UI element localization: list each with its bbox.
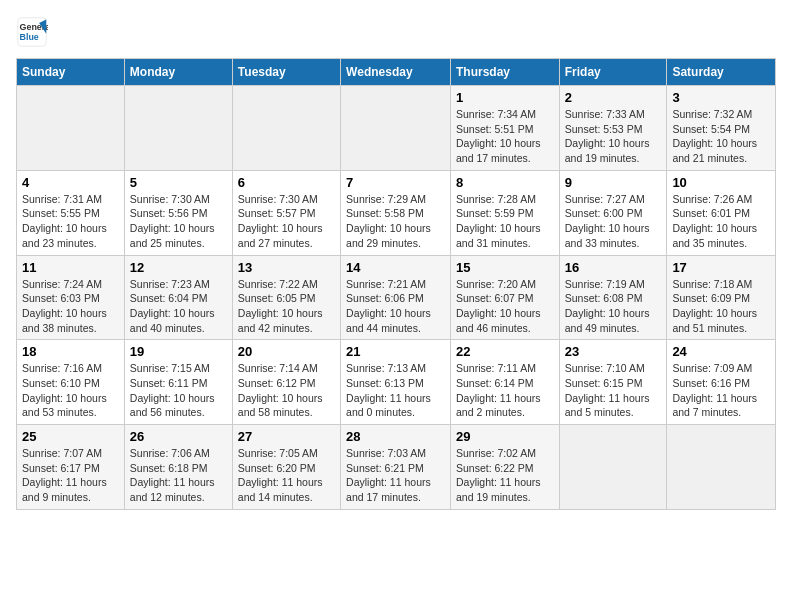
day-info: Sunrise: 7:16 AM Sunset: 6:10 PM Dayligh…: [22, 361, 119, 420]
weekday-header-friday: Friday: [559, 59, 667, 86]
day-info: Sunrise: 7:31 AM Sunset: 5:55 PM Dayligh…: [22, 192, 119, 251]
day-number: 7: [346, 175, 445, 190]
calendar-cell: 23Sunrise: 7:10 AM Sunset: 6:15 PM Dayli…: [559, 340, 667, 425]
day-info: Sunrise: 7:23 AM Sunset: 6:04 PM Dayligh…: [130, 277, 227, 336]
day-number: 14: [346, 260, 445, 275]
day-info: Sunrise: 7:05 AM Sunset: 6:20 PM Dayligh…: [238, 446, 335, 505]
calendar-cell: 19Sunrise: 7:15 AM Sunset: 6:11 PM Dayli…: [124, 340, 232, 425]
day-info: Sunrise: 7:18 AM Sunset: 6:09 PM Dayligh…: [672, 277, 770, 336]
day-number: 1: [456, 90, 554, 105]
day-number: 13: [238, 260, 335, 275]
calendar-table: SundayMondayTuesdayWednesdayThursdayFrid…: [16, 58, 776, 510]
day-info: Sunrise: 7:19 AM Sunset: 6:08 PM Dayligh…: [565, 277, 662, 336]
day-number: 23: [565, 344, 662, 359]
day-number: 19: [130, 344, 227, 359]
day-number: 24: [672, 344, 770, 359]
day-number: 4: [22, 175, 119, 190]
day-info: Sunrise: 7:24 AM Sunset: 6:03 PM Dayligh…: [22, 277, 119, 336]
calendar-cell: 12Sunrise: 7:23 AM Sunset: 6:04 PM Dayli…: [124, 255, 232, 340]
weekday-header-tuesday: Tuesday: [232, 59, 340, 86]
day-info: Sunrise: 7:11 AM Sunset: 6:14 PM Dayligh…: [456, 361, 554, 420]
weekday-header-sunday: Sunday: [17, 59, 125, 86]
day-number: 28: [346, 429, 445, 444]
day-info: Sunrise: 7:22 AM Sunset: 6:05 PM Dayligh…: [238, 277, 335, 336]
day-info: Sunrise: 7:30 AM Sunset: 5:57 PM Dayligh…: [238, 192, 335, 251]
calendar-cell: 17Sunrise: 7:18 AM Sunset: 6:09 PM Dayli…: [667, 255, 776, 340]
calendar-cell: 16Sunrise: 7:19 AM Sunset: 6:08 PM Dayli…: [559, 255, 667, 340]
day-number: 11: [22, 260, 119, 275]
day-info: Sunrise: 7:32 AM Sunset: 5:54 PM Dayligh…: [672, 107, 770, 166]
calendar-cell: 15Sunrise: 7:20 AM Sunset: 6:07 PM Dayli…: [450, 255, 559, 340]
calendar-cell: 7Sunrise: 7:29 AM Sunset: 5:58 PM Daylig…: [341, 170, 451, 255]
calendar-cell: 6Sunrise: 7:30 AM Sunset: 5:57 PM Daylig…: [232, 170, 340, 255]
svg-text:Blue: Blue: [20, 32, 39, 42]
day-info: Sunrise: 7:13 AM Sunset: 6:13 PM Dayligh…: [346, 361, 445, 420]
day-info: Sunrise: 7:07 AM Sunset: 6:17 PM Dayligh…: [22, 446, 119, 505]
day-info: Sunrise: 7:26 AM Sunset: 6:01 PM Dayligh…: [672, 192, 770, 251]
day-number: 2: [565, 90, 662, 105]
day-info: Sunrise: 7:06 AM Sunset: 6:18 PM Dayligh…: [130, 446, 227, 505]
calendar-cell: [559, 425, 667, 510]
day-number: 16: [565, 260, 662, 275]
page-header: General Blue: [16, 16, 776, 48]
calendar-cell: [341, 86, 451, 171]
day-number: 5: [130, 175, 227, 190]
day-info: Sunrise: 7:33 AM Sunset: 5:53 PM Dayligh…: [565, 107, 662, 166]
day-number: 6: [238, 175, 335, 190]
calendar-cell: 14Sunrise: 7:21 AM Sunset: 6:06 PM Dayli…: [341, 255, 451, 340]
calendar-cell: 20Sunrise: 7:14 AM Sunset: 6:12 PM Dayli…: [232, 340, 340, 425]
day-number: 27: [238, 429, 335, 444]
calendar-cell: 18Sunrise: 7:16 AM Sunset: 6:10 PM Dayli…: [17, 340, 125, 425]
day-number: 26: [130, 429, 227, 444]
day-number: 20: [238, 344, 335, 359]
day-number: 9: [565, 175, 662, 190]
calendar-cell: 13Sunrise: 7:22 AM Sunset: 6:05 PM Dayli…: [232, 255, 340, 340]
calendar-cell: 28Sunrise: 7:03 AM Sunset: 6:21 PM Dayli…: [341, 425, 451, 510]
calendar-cell: 1Sunrise: 7:34 AM Sunset: 5:51 PM Daylig…: [450, 86, 559, 171]
day-info: Sunrise: 7:29 AM Sunset: 5:58 PM Dayligh…: [346, 192, 445, 251]
day-number: 18: [22, 344, 119, 359]
day-info: Sunrise: 7:34 AM Sunset: 5:51 PM Dayligh…: [456, 107, 554, 166]
calendar-cell: 26Sunrise: 7:06 AM Sunset: 6:18 PM Dayli…: [124, 425, 232, 510]
calendar-cell: [17, 86, 125, 171]
calendar-cell: 8Sunrise: 7:28 AM Sunset: 5:59 PM Daylig…: [450, 170, 559, 255]
weekday-header-monday: Monday: [124, 59, 232, 86]
day-info: Sunrise: 7:15 AM Sunset: 6:11 PM Dayligh…: [130, 361, 227, 420]
calendar-cell: [667, 425, 776, 510]
day-info: Sunrise: 7:20 AM Sunset: 6:07 PM Dayligh…: [456, 277, 554, 336]
calendar-cell: 3Sunrise: 7:32 AM Sunset: 5:54 PM Daylig…: [667, 86, 776, 171]
day-info: Sunrise: 7:14 AM Sunset: 6:12 PM Dayligh…: [238, 361, 335, 420]
day-info: Sunrise: 7:02 AM Sunset: 6:22 PM Dayligh…: [456, 446, 554, 505]
day-number: 10: [672, 175, 770, 190]
day-number: 15: [456, 260, 554, 275]
calendar-cell: 4Sunrise: 7:31 AM Sunset: 5:55 PM Daylig…: [17, 170, 125, 255]
calendar-cell: 29Sunrise: 7:02 AM Sunset: 6:22 PM Dayli…: [450, 425, 559, 510]
calendar-cell: 5Sunrise: 7:30 AM Sunset: 5:56 PM Daylig…: [124, 170, 232, 255]
day-info: Sunrise: 7:09 AM Sunset: 6:16 PM Dayligh…: [672, 361, 770, 420]
logo: General Blue: [16, 16, 48, 48]
day-number: 8: [456, 175, 554, 190]
day-info: Sunrise: 7:21 AM Sunset: 6:06 PM Dayligh…: [346, 277, 445, 336]
weekday-header-wednesday: Wednesday: [341, 59, 451, 86]
weekday-header-thursday: Thursday: [450, 59, 559, 86]
weekday-header-saturday: Saturday: [667, 59, 776, 86]
calendar-cell: 22Sunrise: 7:11 AM Sunset: 6:14 PM Dayli…: [450, 340, 559, 425]
calendar-cell: 27Sunrise: 7:05 AM Sunset: 6:20 PM Dayli…: [232, 425, 340, 510]
day-number: 3: [672, 90, 770, 105]
day-info: Sunrise: 7:03 AM Sunset: 6:21 PM Dayligh…: [346, 446, 445, 505]
calendar-cell: [232, 86, 340, 171]
logo-icon: General Blue: [16, 16, 48, 48]
day-number: 12: [130, 260, 227, 275]
calendar-cell: 11Sunrise: 7:24 AM Sunset: 6:03 PM Dayli…: [17, 255, 125, 340]
calendar-cell: [124, 86, 232, 171]
day-number: 22: [456, 344, 554, 359]
calendar-cell: 25Sunrise: 7:07 AM Sunset: 6:17 PM Dayli…: [17, 425, 125, 510]
calendar-cell: 10Sunrise: 7:26 AM Sunset: 6:01 PM Dayli…: [667, 170, 776, 255]
day-info: Sunrise: 7:10 AM Sunset: 6:15 PM Dayligh…: [565, 361, 662, 420]
day-info: Sunrise: 7:28 AM Sunset: 5:59 PM Dayligh…: [456, 192, 554, 251]
day-info: Sunrise: 7:30 AM Sunset: 5:56 PM Dayligh…: [130, 192, 227, 251]
calendar-cell: 2Sunrise: 7:33 AM Sunset: 5:53 PM Daylig…: [559, 86, 667, 171]
day-number: 25: [22, 429, 119, 444]
day-info: Sunrise: 7:27 AM Sunset: 6:00 PM Dayligh…: [565, 192, 662, 251]
day-number: 21: [346, 344, 445, 359]
